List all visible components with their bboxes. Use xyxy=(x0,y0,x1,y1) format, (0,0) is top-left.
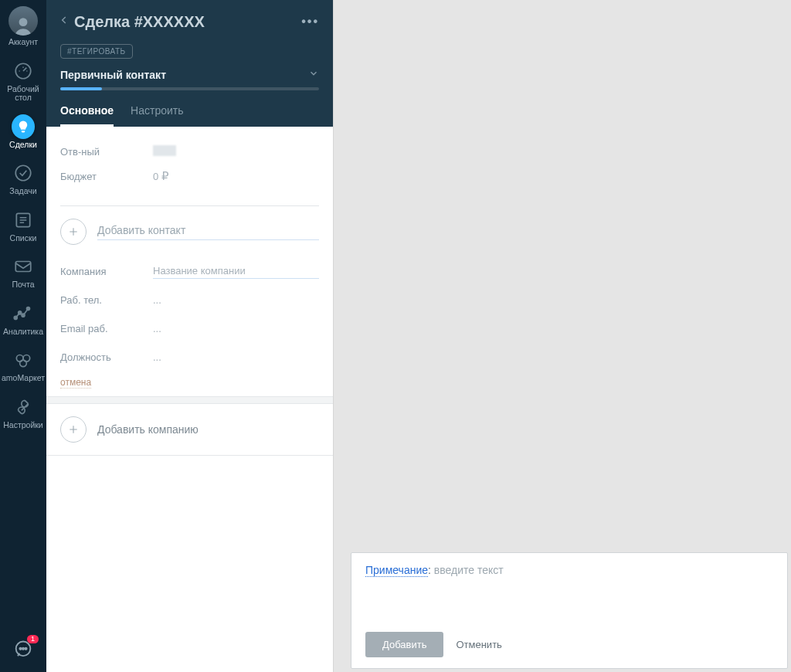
currency-icon: ₽ xyxy=(161,169,169,182)
sidebar-item-account[interactable]: Аккаунт xyxy=(0,0,46,53)
sidebar-item-deals[interactable]: Сделки xyxy=(0,109,46,156)
detail-header: Сделка #XXXXXX ••• #ТЕГИРОВАТЬ Первичный… xyxy=(46,0,333,127)
note-composer: Примечание: введите текст Добавить Отмен… xyxy=(351,552,788,669)
sidebar-item-label: Задачи xyxy=(9,187,36,196)
sidebar-item-dashboard[interactable]: Рабочий стол xyxy=(0,53,46,109)
note-placeholder[interactable]: введите текст xyxy=(434,564,504,576)
sidebar-item-label: amoМаркет xyxy=(2,374,45,383)
notification-badge: 1 xyxy=(27,635,39,643)
sidebar-chat[interactable]: 1 xyxy=(0,627,46,672)
more-menu-button[interactable]: ••• xyxy=(301,15,319,29)
avatar-icon xyxy=(8,6,38,36)
svg-point-15 xyxy=(25,648,26,650)
activity-feed: Примечание: введите текст Добавить Отмен… xyxy=(334,0,791,672)
sidebar-item-settings[interactable]: Настройки xyxy=(0,389,46,436)
sidebar-item-label: Настройки xyxy=(3,421,43,430)
svg-point-2 xyxy=(15,165,31,181)
svg-point-13 xyxy=(19,648,21,650)
note-add-button[interactable]: Добавить xyxy=(365,632,443,657)
svg-point-0 xyxy=(19,18,28,26)
settings-icon xyxy=(12,395,35,419)
work-email-value[interactable]: ... xyxy=(153,323,319,334)
tag-chip[interactable]: #ТЕГИРОВАТЬ xyxy=(60,44,133,59)
panel-body: Отв-ный Бюджет 0 ₽ Добавить контакт Комп… xyxy=(46,127,333,672)
work-phone-value[interactable]: ... xyxy=(153,294,319,306)
deal-title[interactable]: Сделка #XXXXXX xyxy=(74,13,301,31)
svg-point-11 xyxy=(20,360,27,367)
svg-point-5 xyxy=(14,316,17,319)
note-type-selector[interactable]: Примечание xyxy=(365,564,428,577)
chevron-down-icon xyxy=(308,68,319,81)
sidebar-item-label: Сделки xyxy=(9,141,37,150)
sidebar-item-analytics[interactable]: Аналитика xyxy=(0,296,46,343)
responsible-label: Отв-ный xyxy=(60,146,153,158)
sidebar-item-market[interactable]: amoМаркет xyxy=(0,342,46,389)
company-name-input[interactable] xyxy=(153,263,319,279)
tab-main[interactable]: Основное xyxy=(60,98,114,127)
sidebar-item-lists[interactable]: Списки xyxy=(0,202,46,249)
note-cancel-button[interactable]: Отменить xyxy=(456,639,501,650)
svg-point-14 xyxy=(22,648,24,650)
add-company-label: Добавить компанию xyxy=(97,423,199,436)
position-value[interactable]: ... xyxy=(153,351,319,363)
svg-point-6 xyxy=(19,311,22,314)
pipeline-name: Первичный контакт xyxy=(60,69,166,81)
sidebar-item-tasks[interactable]: Задачи xyxy=(0,155,46,202)
tab-configure[interactable]: Настроить xyxy=(131,98,183,127)
sidebar-item-label: Аналитика xyxy=(3,328,43,337)
plus-icon xyxy=(60,219,87,245)
responsible-value[interactable] xyxy=(153,145,319,158)
company-label: Компания xyxy=(60,266,153,277)
pipeline-progress xyxy=(60,87,319,90)
sidebar-item-label: Рабочий стол xyxy=(2,85,45,103)
check-circle-icon xyxy=(12,161,35,185)
cancel-company-link[interactable]: отмена xyxy=(60,377,91,389)
analytics-icon xyxy=(12,302,35,325)
scrollbar[interactable] xyxy=(786,0,791,672)
deal-detail-panel: Сделка #XXXXXX ••• #ТЕГИРОВАТЬ Первичный… xyxy=(46,0,334,672)
plus-icon xyxy=(60,416,87,443)
add-company-button[interactable]: Добавить компанию xyxy=(46,404,333,456)
budget-value[interactable]: 0 ₽ xyxy=(153,169,319,183)
sidebar-item-label: Списки xyxy=(10,234,37,243)
svg-point-7 xyxy=(22,314,25,317)
budget-label: Бюджет xyxy=(60,171,153,182)
pipeline-selector[interactable]: Первичный контакт xyxy=(54,66,319,87)
main-sidebar: Аккаунт Рабочий стол Сделки Задачи Списк… xyxy=(0,0,46,672)
list-icon xyxy=(12,209,35,232)
add-contact-button[interactable]: Добавить контакт xyxy=(46,206,333,257)
back-button[interactable] xyxy=(54,15,74,29)
svg-point-8 xyxy=(27,307,30,310)
work-email-label: Email раб. xyxy=(60,323,153,334)
sidebar-item-mail[interactable]: Почта xyxy=(0,249,46,296)
gauge-icon xyxy=(12,59,35,83)
position-label: Должность xyxy=(60,351,153,363)
work-phone-label: Раб. тел. xyxy=(60,294,153,306)
sidebar-item-label: Аккаунт xyxy=(8,38,38,47)
deals-icon xyxy=(12,115,35,138)
sidebar-item-label: Почта xyxy=(12,280,34,290)
add-contact-label: Добавить контакт xyxy=(97,224,319,240)
svg-rect-4 xyxy=(15,262,31,272)
mail-icon xyxy=(12,255,35,278)
market-icon xyxy=(12,348,35,372)
